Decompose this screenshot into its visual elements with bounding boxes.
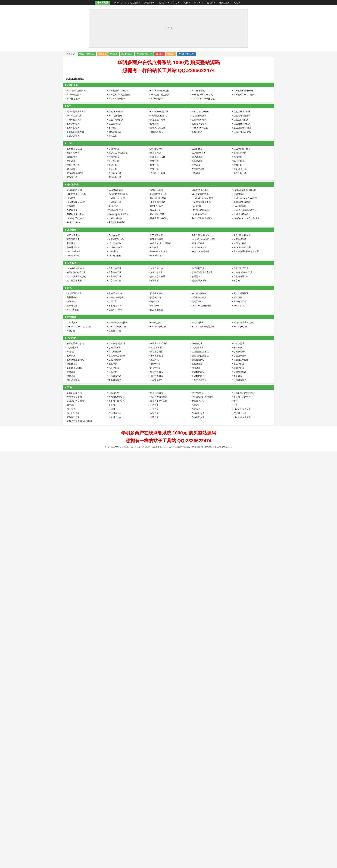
tool-link-encrypt-18[interactable]: TopicDOcki解析 [190,246,231,249]
tool-link-life-48[interactable]: 小精灵测试大全 [190,378,231,382]
tool-link-life-10[interactable]: 2D游戏 [65,350,106,353]
tool-link-life-23[interactable]: 台北男性网站 [190,358,231,362]
tool-link-calc-32[interactable]: 个人项目计算器 [148,171,189,175]
tool-link-encrypt-10[interactable]: 相对地址 [65,242,106,245]
tool-link-text-19[interactable]: 三字经 [231,279,272,282]
tool-link-station-25[interactable]: 在线控制面板检测 [65,130,106,134]
tool-link-other-18[interactable]: 台北词汇 [190,403,231,407]
tool-link-station-16[interactable]: 在线芒果输入 [106,122,147,126]
tool-link-format-38[interactable]: JsHint正则格式化调试 [190,217,231,220]
tool-link-calc-10[interactable]: 百分比计算 [65,155,106,159]
tool-link-calc-31[interactable]: 在线算法工具 [106,171,147,175]
tool-link-encrypt-20[interactable]: UUID生成在线 [65,250,106,253]
tool-link-other-14[interactable]: 学习 [231,399,272,403]
tool-link-format-31[interactable]: Javascript格式化工具 [106,213,147,216]
tool-link-other-15[interactable]: 教学词汇 [65,403,106,407]
tool-link-other-22[interactable]: 台北大全 [148,407,189,411]
tool-link-encrypt-9[interactable]: 加密在线传送 [231,238,272,241]
tool-link-calc-12[interactable]: 创建最小公倍数 [148,155,189,159]
tool-link-station-28[interactable]: 在线IP输入 [190,130,231,134]
tool-link-life-29[interactable]: 手机计算器 [231,362,272,366]
tool-link-encrypt-7[interactable]: URL解码编码 [148,238,189,241]
tool-link-encrypt-5[interactable]: 密码矩阵大全 [65,238,106,241]
tool-link-network-8[interactable]: 在线控制台截图 [190,296,231,300]
tool-link-encrypt-13[interactable]: 摩斯电码解析 [190,242,231,245]
tool-link-reference-7[interactable]: Request请求大全 [148,325,189,329]
tool-link-station-29[interactable]: 在线芒果输入 1MB [231,130,272,134]
tool-link-other-28[interactable]: 台语词汇大全 [190,411,231,415]
tool-link-calc-36[interactable]: 货币换算工具 [106,175,147,179]
tool-link-network-9[interactable]: 解析DNS [231,296,272,300]
tool-link-format-20[interactable]: 正则检测 [65,205,106,208]
tool-link-calc-20[interactable]: 循环小数计算 [65,163,106,167]
tool-link-life-46[interactable]: 中南测试大全 [106,378,147,382]
promo-tab-1[interactable]: 在线积分 [97,52,108,56]
tool-link-format-19[interactable]: 正则格式化调试器 [231,200,272,204]
tool-link-station-19[interactable]: 在线颜色识别输入 [231,122,272,126]
tool-link-other-30[interactable]: 在线词汇大全 [65,415,106,419]
tool-link-calc-29[interactable]: 质量/质量计算 [231,167,272,171]
tool-link-reference-6[interactable]: Linux命令格式大全 [106,325,147,329]
tool-link-other-8[interactable]: 中国古典词汇网站识别 [190,395,231,399]
tool-link-format-10[interactable]: Html格式 [65,196,106,200]
tool-link-json-5[interactable]: Json转化成下↑ [65,93,106,97]
tool-link-other-21[interactable]: 台北词汇 [106,407,147,411]
tool-link-text-11[interactable]: 知道博文工具 [106,275,147,278]
tool-link-reference-8[interactable]: HTML标准标准对照大全 [190,325,231,329]
tool-link-calc-1[interactable]: 面积计算器 [106,147,147,151]
tool-link-encrypt-25[interactable]: Android控制台 [65,254,106,257]
tool-link-life-12[interactable]: 辟谷生活测试 [148,350,189,353]
tool-link-other-24[interactable]: 10大词汇大全识别 [231,407,272,411]
tool-link-json-6[interactable]: Json生成Java数据类型 [106,93,147,97]
tool-link-json-9[interactable]: Json转Excel/CSV格式 [231,93,272,97]
nav-json[interactable]: JSON工具 [112,1,125,4]
tool-link-encrypt-4[interactable]: 乘方矩阵地址大全 [231,234,272,237]
tool-link-format-8[interactable]: VBScript转格式化 [190,192,231,196]
tool-link-encrypt-17[interactable]: AES解密 [148,246,189,249]
nav-leisure[interactable]: 休闲互娱▼ [217,1,232,4]
tool-link-network-10[interactable]: 细阈DNS [65,300,106,304]
tool-link-json-13[interactable]: OSON/OOGET参数在线 [190,97,231,101]
tool-link-other-16[interactable]: 国语词汇 [106,403,147,407]
tool-link-station-26[interactable]: mini/type输入 [106,130,147,134]
tool-link-life-6[interactable]: QQ在线查看 [106,346,147,349]
tool-link-format-37[interactable]: 网格正则式格式化 [148,217,189,220]
tool-link-calc-9[interactable]: 子网络IP计算 [231,151,272,155]
tool-link-other-23[interactable]: 台北大全 [190,407,231,411]
tool-link-format-24[interactable]: Json格式跟踪 [231,205,272,208]
tool-link-calc-19[interactable]: 统计计算器 [231,159,272,163]
tool-link-encrypt-11[interactable]: URL链接识别 [106,242,147,245]
tool-link-format-40[interactable]: P4格式转P4S [65,221,106,224]
tool-link-calc-13[interactable]: 历史计算器 [190,155,231,159]
tool-link-station-3[interactable]: Meta标签生成分析 [190,110,231,114]
tool-link-station-30[interactable]: 在线芒果输入 [65,134,106,138]
tool-link-other-6[interactable]: 国内知名网站识别 [106,395,147,399]
tool-link-life-36[interactable]: 在线计算 [106,370,147,374]
tool-link-life-11[interactable]: 扑克游戏测试 [106,350,147,353]
tool-link-life-8[interactable]: QQ邮件查看 [190,346,231,349]
tool-link-network-14[interactable]: 同源地址图片 [231,300,272,304]
tool-link-life-44[interactable]: 价值测试 [231,374,272,378]
tool-link-encrypt-12[interactable]: 在线图片URL地址解析 [148,242,189,245]
tool-link-calc-7[interactable]: 计算器大全 [148,151,189,155]
tool-link-station-4[interactable]: 在线生成robots.txt [231,110,272,114]
tool-link-format-21[interactable]: Xpath工具 [106,205,147,208]
tool-link-calc-34[interactable]: 库存换算工具 [231,171,272,175]
tool-link-calc-3[interactable]: 表面积计算 [190,147,231,151]
tool-link-format-32[interactable]: Html/Html/下载 [148,213,189,216]
tool-link-station-20[interactable]: 在线双眼输入 [65,126,106,130]
tool-link-reference-2[interactable]: HTTP状态 [148,321,189,324]
tool-link-calc-6[interactable]: 数学公式求解及简化 [106,151,147,155]
tool-link-json-2[interactable]: RMLBJson数据提取 [148,89,189,93]
tool-link-reference-5[interactable]: Android Manifest权限大全 [65,325,106,329]
tool-link-format-13[interactable]: HTML5/Markdown格式 [190,196,231,200]
tool-link-format-30[interactable]: PHP格式化的工具 [65,213,106,216]
tool-link-life-24[interactable]: 微信测试小程序 [231,358,272,362]
tool-link-network-5[interactable]: 数据地DNS [65,296,106,300]
tool-link-calc-30[interactable]: 在线计算器(详细) [65,171,106,175]
tool-link-life-18[interactable]: 台北商家生活游戏 [190,354,231,358]
tool-link-life-5[interactable]: QQ邮件查看 [65,346,106,349]
nav-reference[interactable]: 对照列表▼ [203,1,217,4]
tool-link-calc-35[interactable]: 在线算工具 [65,175,106,179]
tool-link-network-12[interactable]: 细阈DNS [148,300,189,304]
